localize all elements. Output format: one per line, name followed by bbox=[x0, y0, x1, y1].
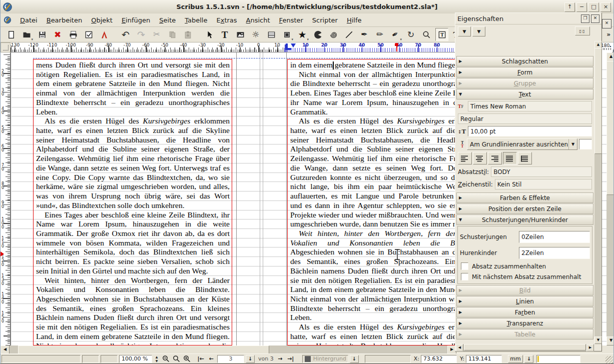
preflight-verifier-button[interactable] bbox=[82, 28, 95, 41]
font-size-input[interactable]: 10,00 pt bbox=[468, 126, 592, 136]
save-document-button[interactable] bbox=[36, 28, 49, 41]
align-center-button[interactable] bbox=[473, 152, 487, 164]
menu-hilfe[interactable]: Hilfe bbox=[342, 14, 366, 26]
last-page-button[interactable]: →| bbox=[286, 355, 295, 363]
unit-selector[interactable]: mm bbox=[508, 355, 523, 363]
text-frame-ruler[interactable]: 1020304050607080 bbox=[284, 42, 455, 52]
insert-arc-button[interactable] bbox=[311, 28, 324, 41]
copy-button[interactable] bbox=[166, 28, 179, 41]
layer-selector[interactable]: Hintergrund bbox=[302, 355, 348, 363]
align-right-button[interactable] bbox=[488, 152, 502, 164]
insert-image-frame-button[interactable] bbox=[234, 28, 247, 41]
close-button[interactable]: × bbox=[600, 2, 611, 12]
insert-line-button[interactable] bbox=[342, 28, 355, 41]
palette-horizontal-scrollbar[interactable]: ◀▶ bbox=[456, 344, 594, 350]
section-farben[interactable]: ▶Farben bbox=[456, 307, 593, 318]
section-form[interactable]: ▶Form bbox=[456, 67, 593, 78]
zoom-out-button[interactable] bbox=[161, 355, 170, 363]
palette-restore-button[interactable]: ❐ bbox=[581, 14, 589, 23]
page-spinner-button[interactable]: ↓ bbox=[246, 355, 255, 363]
align-forced-justify-button[interactable] bbox=[518, 152, 532, 164]
text-frame-left[interactable]: mens Duden fließt durch ihren Ort und ve… bbox=[33, 59, 232, 346]
palette-vertical-scrollbar[interactable]: ▲▼ bbox=[594, 41, 601, 344]
level-to-bottom-button[interactable]: ▼ bbox=[472, 26, 485, 36]
section-position-erste-zeile[interactable]: ▶Position der ersten Zeile bbox=[456, 204, 593, 214]
menu-tabelle[interactable]: Tabelle bbox=[180, 14, 212, 26]
close-document-button[interactable]: ✖ bbox=[51, 28, 64, 41]
font-style-selector[interactable]: Regular bbox=[458, 114, 592, 124]
menu-bearbeiten[interactable]: Bearbeiten bbox=[42, 14, 87, 26]
section-farben-effekte[interactable]: ▶Farben & Effekte bbox=[456, 192, 593, 203]
section-linien[interactable]: ▶Linien bbox=[456, 296, 593, 306]
document-horizontal-scrollbar[interactable]: ◀ ▶ bbox=[1, 346, 456, 354]
minimize-button[interactable]: − bbox=[576, 2, 587, 12]
insert-polygon-button[interactable]: ★▾ bbox=[296, 28, 309, 41]
insert-bezier-button[interactable]: ✒ bbox=[358, 28, 371, 41]
insert-freehand-button[interactable]: ✏ bbox=[373, 28, 386, 41]
keep-together-checkbox[interactable] bbox=[461, 262, 468, 270]
rotate-item-button[interactable]: ↻ bbox=[404, 28, 417, 41]
document-vertical-scrollbar[interactable]: ▲ ▼ bbox=[606, 52, 614, 346]
vertical-ruler[interactable]: 2 03 04 05 06 07 08 09 01 0 01 1 01 2 01… bbox=[1, 52, 11, 346]
zoom-level-input[interactable]: 100,00 % bbox=[119, 355, 152, 363]
palette-close-button[interactable]: ✕ bbox=[591, 14, 599, 23]
maximize-button[interactable]: □ bbox=[588, 2, 599, 12]
title-bar[interactable]: Scribus 1.5.1.svn - [/home/hb/Entwicklun… bbox=[1, 0, 613, 14]
new-document-button[interactable] bbox=[5, 28, 18, 41]
menu-ansicht[interactable]: Ansicht bbox=[242, 14, 275, 26]
insert-text-frame-button[interactable]: T bbox=[218, 28, 231, 41]
undo-button[interactable]: ↶ bbox=[119, 28, 132, 41]
mdi-close-button[interactable]: ✕ bbox=[602, 19, 611, 28]
shade-button[interactable]: ↑ bbox=[564, 2, 575, 12]
menu-einfgen[interactable]: Einfügen bbox=[117, 14, 155, 26]
unit-dropdown-button[interactable]: ↓ bbox=[524, 355, 533, 363]
redo-button[interactable]: ↷ bbox=[135, 28, 148, 41]
flip-buttons[interactable]: ▯▯ bbox=[575, 26, 590, 36]
menu-scripter[interactable]: Scripter bbox=[308, 14, 342, 26]
menu-objekt[interactable]: Objekt bbox=[87, 14, 117, 26]
edit-contents-button[interactable]: T bbox=[435, 28, 448, 41]
menu-datei[interactable]: Datei bbox=[16, 14, 42, 26]
section-transparenz[interactable]: ▶Transparenz bbox=[456, 318, 593, 328]
section-schusterjungen[interactable]: ▼Schusterjungen/Hurenkinder bbox=[456, 214, 593, 225]
section-text[interactable]: ▼Text bbox=[456, 89, 593, 100]
hurenkinder-input[interactable]: 2Zeilen bbox=[519, 247, 590, 259]
font-family-selector[interactable]: Times New Roman bbox=[468, 101, 592, 112]
line-spacing-mode-selector[interactable]: Am Grundlinienraster ausrichten▼ bbox=[467, 138, 577, 150]
menu-seite[interactable]: Seite bbox=[155, 14, 180, 26]
layer-dropdown-button[interactable]: ↓ bbox=[350, 355, 359, 363]
toolbar-overflow-chevron[interactable]: » bbox=[606, 31, 610, 38]
insert-render-frame-button[interactable]: ☼ bbox=[249, 28, 262, 41]
line-spacing-value-input[interactable] bbox=[579, 139, 592, 150]
cut-button[interactable]: ✂ bbox=[150, 28, 163, 41]
insert-spiral-button[interactable] bbox=[327, 28, 340, 41]
open-document-button[interactable]: ▾ bbox=[20, 28, 33, 41]
print-document-button[interactable] bbox=[67, 28, 80, 41]
select-item-button[interactable] bbox=[203, 28, 216, 41]
resize-grip[interactable] bbox=[605, 356, 613, 364]
menu-fenster[interactable]: Fenster bbox=[275, 14, 308, 26]
zoom-spinner[interactable]: ▲▼ bbox=[154, 355, 160, 363]
menu-extras[interactable]: Extras bbox=[212, 14, 241, 26]
section-schlagschatten[interactable]: ▶Schlagschatten bbox=[456, 56, 593, 66]
keep-with-next-checkbox[interactable] bbox=[461, 273, 468, 280]
paragraph-style-selector[interactable]: BODY bbox=[491, 166, 592, 177]
export-pdf-button[interactable] bbox=[98, 28, 111, 41]
previous-page-button[interactable]: ← bbox=[207, 355, 216, 363]
schusterjungen-input[interactable]: 0Zeilen bbox=[519, 231, 590, 243]
char-style-selector[interactable]: Kein Stil bbox=[495, 179, 592, 190]
align-left-button[interactable] bbox=[458, 152, 472, 164]
current-page-input[interactable]: 3 bbox=[217, 355, 244, 363]
insert-table-button[interactable] bbox=[265, 28, 278, 41]
first-line-indent-marker[interactable] bbox=[291, 44, 296, 48]
level-down-button[interactable]: ▼ bbox=[458, 26, 471, 36]
zoom-in-button[interactable] bbox=[182, 355, 191, 363]
zoom-tool-button[interactable] bbox=[420, 28, 433, 41]
palette-title-bar[interactable]: Eigenschaften ❐ ✕ bbox=[455, 13, 601, 24]
insert-shape-button[interactable]: ▾ bbox=[280, 28, 293, 41]
insert-calligraphy-button[interactable]: ✒▾ bbox=[389, 28, 402, 41]
ruler-origin[interactable] bbox=[1, 42, 11, 52]
paste-button[interactable] bbox=[181, 28, 194, 41]
next-page-button[interactable]: → bbox=[276, 355, 285, 363]
zoom-default-button[interactable] bbox=[172, 355, 181, 363]
